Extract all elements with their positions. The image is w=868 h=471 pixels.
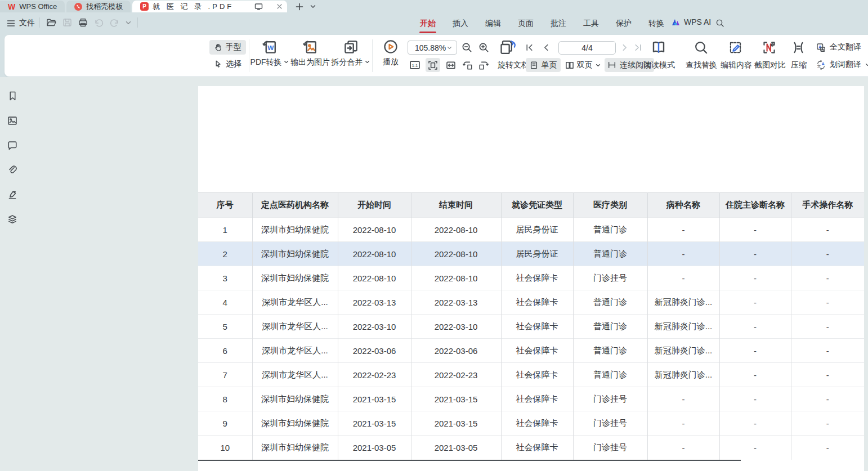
read-mode-icon[interactable] (651, 40, 666, 55)
quickbar-chevron-icon[interactable] (126, 21, 131, 25)
double-page-chevron-icon (596, 64, 601, 67)
rotate-right-button[interactable] (476, 58, 491, 72)
tab-protect[interactable]: 保护 (607, 12, 640, 35)
table-cell: 门诊挂号 (573, 387, 647, 411)
table-cell: - (647, 436, 719, 460)
table-cell: 9 (198, 411, 252, 436)
find-replace-button[interactable]: 查找替换 (683, 58, 719, 72)
thumbnail-icon[interactable] (6, 114, 19, 127)
play-label: 播放 (383, 57, 399, 67)
double-page-icon (565, 61, 574, 70)
find-replace-label: 查找替换 (686, 60, 717, 70)
close-tab-icon[interactable] (276, 3, 283, 10)
tab-list-chevron-icon[interactable] (310, 5, 316, 8)
edit-content-button[interactable]: 编辑内容 (718, 58, 754, 72)
column-header: 结束时间 (411, 193, 501, 218)
save-icon[interactable] (62, 18, 72, 27)
table-cell: - (791, 290, 864, 315)
table-cell: - (719, 436, 791, 460)
bookmark-icon[interactable] (6, 89, 19, 102)
single-page-button[interactable]: 单页 (526, 58, 561, 72)
attachment-icon[interactable] (6, 164, 19, 176)
table-cell: - (791, 266, 864, 290)
table-cell: 普通门诊 (573, 315, 647, 339)
layers-icon[interactable] (6, 213, 19, 226)
table-cell: 2022-03-10 (411, 315, 501, 339)
screenshot-compare-button[interactable]: 截图对比 (752, 58, 788, 72)
file-menu-button[interactable]: 文件 (7, 18, 35, 28)
column-header: 序号 (198, 193, 252, 218)
previous-page-button[interactable] (542, 43, 549, 52)
new-tab-button[interactable] (296, 3, 303, 11)
tab-edit[interactable]: 编辑 (477, 12, 509, 35)
table-cell: 深圳市龙华区人... (252, 290, 338, 315)
fit-width-button[interactable] (444, 58, 458, 72)
screen-share-icon[interactable] (254, 3, 263, 10)
column-header: 开始时间 (338, 193, 411, 218)
screenshot-compare-icon[interactable] (762, 41, 776, 55)
word-translate-button[interactable]: 文 A 划词翻译 (814, 57, 868, 72)
open-file-icon[interactable] (46, 18, 56, 27)
tab-comment[interactable]: 批注 (542, 12, 575, 35)
wps-ai-button[interactable]: WPS AI (671, 17, 711, 26)
last-page-button[interactable] (634, 43, 642, 52)
compress-button[interactable]: 压缩 (788, 58, 810, 72)
table-cell: - (791, 387, 864, 411)
zoom-level-select[interactable]: 105.88% (408, 41, 457, 55)
cursor-icon (214, 60, 222, 69)
table-cell: - (719, 339, 791, 363)
first-page-button[interactable] (525, 43, 534, 52)
hand-tool-button[interactable]: 手型 (209, 40, 246, 55)
zoom-out-button[interactable] (462, 42, 472, 53)
table-cell: 2022-03-06 (338, 339, 411, 363)
page-number-input[interactable]: 4/4 (558, 41, 616, 55)
tab-tools[interactable]: 工具 (575, 12, 607, 35)
rotate-document-icon[interactable] (500, 39, 517, 55)
table-cell: 2022-03-13 (338, 290, 411, 315)
tab-document-active[interactable]: P 就 医 记 录 .PDF (132, 1, 287, 12)
tab-convert[interactable]: 转换 (640, 12, 673, 35)
docer-icon (74, 3, 82, 11)
menu-bar: 文件 开始 插入 编辑 页面 批注 工具 保护 转换 (0, 12, 868, 35)
read-mode-label: 阅读模式 (643, 60, 675, 70)
table-cell: - (647, 411, 719, 436)
table-cell: 2022-03-13 (411, 290, 501, 315)
find-replace-icon[interactable] (694, 41, 708, 55)
menubar-search-icon[interactable] (715, 19, 724, 28)
table-cell: 社会保障卡 (501, 266, 573, 290)
table-cell: 2022-02-23 (411, 363, 501, 387)
print-icon[interactable] (78, 18, 88, 27)
full-translate-button[interactable]: A 全文翻译 (814, 40, 863, 55)
play-icon (383, 39, 398, 54)
table-cell: - (647, 266, 719, 290)
double-page-button[interactable]: 双页 (563, 58, 602, 72)
read-mode-button[interactable]: 阅读模式 (641, 58, 678, 72)
fit-page-button[interactable] (426, 58, 440, 72)
table-cell: 深圳市龙华区人... (252, 339, 338, 363)
svg-text:A: A (818, 44, 822, 49)
table-cell: 2022-08-10 (338, 242, 411, 266)
table-cell: 2021-03-15 (411, 387, 501, 411)
select-tool-button[interactable]: 选择 (209, 57, 246, 71)
table-cell: - (719, 218, 791, 242)
edit-content-icon[interactable] (728, 41, 742, 55)
table-cell: 门诊挂号 (573, 266, 647, 290)
undo-icon[interactable] (94, 19, 104, 27)
rotate-left-button[interactable] (460, 58, 475, 72)
next-page-button[interactable] (621, 43, 629, 52)
actual-size-button[interactable]: 1:1 (408, 58, 422, 72)
table-cell: 新冠肺炎门诊... (647, 290, 719, 315)
continuous-reading-icon (607, 61, 616, 69)
tab-wps-office[interactable]: W WPS Office (0, 1, 65, 12)
tab-docer-templates[interactable]: 找稻壳模板 (66, 1, 131, 12)
tab-home[interactable]: 开始 (411, 12, 444, 35)
signature-pen-icon[interactable] (6, 189, 19, 201)
table-cell: 5 (198, 315, 252, 339)
tab-insert[interactable]: 插入 (444, 12, 477, 35)
comment-icon[interactable] (6, 139, 19, 151)
zoom-in-button[interactable] (478, 42, 489, 53)
compress-icon[interactable] (791, 41, 806, 55)
tab-page[interactable]: 页面 (509, 12, 542, 35)
table-cell: 2021-03-15 (411, 411, 501, 436)
redo-icon[interactable] (110, 19, 119, 27)
